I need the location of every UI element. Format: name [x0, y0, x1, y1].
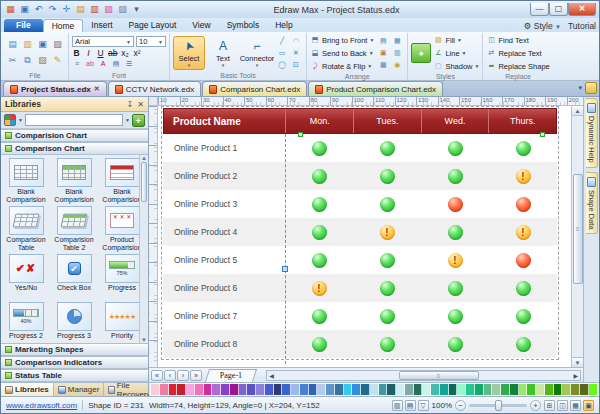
palette-color[interactable]: [204, 384, 213, 395]
pan-icon[interactable]: ✛: [60, 3, 73, 16]
palette-color[interactable]: [589, 384, 598, 395]
scroll-left-icon[interactable]: ◀: [267, 372, 276, 379]
scroll-up-icon[interactable]: ▲: [140, 155, 148, 161]
palette-color[interactable]: [335, 384, 344, 395]
align-icon[interactable]: ▤: [111, 59, 121, 69]
palette-color[interactable]: [414, 384, 423, 395]
ribbon-tab-symbols[interactable]: Symbols: [219, 19, 268, 32]
shape-item-5[interactable]: ✕ ✕ ✕Product Comparision: [99, 206, 139, 253]
paragraph-icon[interactable]: ≡: [72, 59, 82, 69]
find-text-button[interactable]: ◫Find Text: [486, 34, 549, 46]
shape-item-0[interactable]: Blank Comparision: [3, 158, 49, 205]
document-tab-cctv-network-edx[interactable]: CCTV Network.edx: [108, 81, 201, 96]
arc-tool-icon[interactable]: ◠: [291, 36, 301, 46]
vertical-scrollbar[interactable]: ▲ ≡ ▼: [571, 106, 583, 367]
palette-color[interactable]: [396, 384, 405, 395]
new-drawing-icon[interactable]: ▤: [74, 3, 87, 16]
section-comparision-chart[interactable]: Comparision Chart: [1, 129, 148, 142]
table-row[interactable]: Online Product 7: [163, 302, 557, 330]
palette-color[interactable]: [352, 384, 361, 395]
font-style-button-2[interactable]: U: [96, 48, 105, 58]
palette-color[interactable]: [545, 384, 554, 395]
palette-color[interactable]: [536, 384, 545, 395]
rotate-flip-button[interactable]: ⤸Rotate & Flip▼: [310, 60, 374, 72]
ribbon-tab-insert[interactable]: Insert: [83, 19, 120, 32]
library-search-input[interactable]: [25, 114, 123, 126]
zoom-tool-icon[interactable]: ◫: [557, 400, 568, 411]
ribbon-tab-page-layout[interactable]: Page Layout: [121, 19, 185, 32]
paste-icon[interactable]: ▧: [36, 54, 49, 67]
palette-color[interactable]: [256, 384, 265, 395]
ribbon-tab-help[interactable]: Help: [267, 19, 300, 32]
font-color-icon[interactable]: A: [98, 59, 108, 69]
shape-item-3[interactable]: Comparision Table: [3, 206, 49, 253]
palette-color[interactable]: [247, 384, 256, 395]
first-page-button[interactable]: «: [151, 370, 163, 381]
shape-item-4[interactable]: Comparision Table 2: [51, 206, 97, 253]
shadow-style-button[interactable]: ▢Shadow▼: [433, 60, 479, 72]
highlight-icon[interactable]: ab: [85, 59, 95, 69]
add-library-button[interactable]: +: [132, 114, 145, 127]
palette-color[interactable]: [457, 384, 466, 395]
ribbon-tab-view[interactable]: View: [184, 19, 218, 32]
shape-item-2[interactable]: Blank Comparision: [99, 158, 139, 205]
palette-color[interactable]: [221, 384, 230, 395]
palette-color[interactable]: [554, 384, 563, 395]
palette-color[interactable]: [475, 384, 484, 395]
palette-color[interactable]: [326, 384, 335, 395]
shape-item-11[interactable]: ★★★★★Priority: [99, 302, 139, 343]
pin-icon[interactable]: ↧: [127, 100, 134, 109]
scrollbar-thumb[interactable]: [141, 162, 147, 202]
shape-tool-icon[interactable]: ▭: [277, 48, 287, 58]
style-menu[interactable]: ⚙ Style ▼: [524, 21, 561, 31]
section-comparison-indicators[interactable]: Comparison Indicators: [1, 356, 148, 369]
palette-color[interactable]: [309, 384, 318, 395]
last-page-button[interactable]: »: [190, 370, 202, 381]
palette-color[interactable]: [466, 384, 475, 395]
close-panel-icon[interactable]: ✕: [137, 100, 144, 109]
palette-color[interactable]: [501, 384, 510, 395]
palette-color[interactable]: [274, 384, 283, 395]
palette-color[interactable]: [151, 384, 160, 395]
erase-tool-icon[interactable]: ✕: [291, 48, 301, 58]
palette-color[interactable]: [361, 384, 370, 395]
scroll-up-icon[interactable]: ▲: [572, 106, 583, 116]
palette-color[interactable]: [449, 384, 458, 395]
align-shapes-icon[interactable]: ▤: [378, 36, 388, 46]
palette-color[interactable]: [230, 384, 239, 395]
bullets-icon[interactable]: ☰: [124, 59, 134, 69]
print-icon[interactable]: ▨: [51, 38, 64, 51]
font-style-button-5[interactable]: x²: [132, 48, 141, 58]
page-tab[interactable]: Page-1: [205, 369, 257, 382]
selection-handle[interactable]: [298, 132, 303, 137]
shape-item-6[interactable]: ✔✘Yes/No: [3, 254, 49, 301]
palette-color[interactable]: [291, 384, 300, 395]
scroll-right-icon[interactable]: ▶: [571, 372, 580, 379]
ellipse-tool-icon[interactable]: ◯: [277, 60, 287, 70]
table-row[interactable]: Online Product 6: [163, 274, 557, 302]
distribute-icon[interactable]: ▦: [392, 36, 402, 46]
panel-fold-icon[interactable]: [585, 82, 597, 94]
whole-page-icon[interactable]: ▦: [570, 400, 581, 411]
clipart-icon[interactable]: ▧: [102, 3, 115, 16]
section-marketing-shapes[interactable]: Marketing Shapes: [1, 343, 148, 356]
table-row[interactable]: Online Product 3: [163, 190, 557, 218]
app-logo-icon[interactable]: ▦: [4, 3, 17, 16]
normal-view-icon[interactable]: ▥: [392, 400, 403, 411]
print-preview-icon[interactable]: ▨: [116, 3, 129, 16]
pan-zoom-icon[interactable]: ▣: [583, 400, 594, 411]
redo-icon[interactable]: ↷: [46, 3, 59, 16]
save-icon[interactable]: ▣: [18, 3, 31, 16]
side-tab-dynamic-help[interactable]: Dynamic Help: [586, 98, 598, 168]
maximize-button[interactable]: ▢: [549, 3, 568, 16]
crop-tool-icon[interactable]: ⊡: [291, 60, 301, 70]
page-view-icon[interactable]: ▤: [405, 400, 416, 411]
presentation-icon[interactable]: ▽: [418, 400, 429, 411]
zoom-in-button[interactable]: +: [530, 400, 541, 411]
minimize-button[interactable]: —: [530, 3, 549, 16]
palette-color[interactable]: [422, 384, 431, 395]
palette-color[interactable]: [440, 384, 449, 395]
document-tab-product-comparison-chart-edx[interactable]: Product Comparison Chart.edx: [308, 81, 443, 96]
close-tab-icon[interactable]: ✕: [94, 85, 100, 93]
connector-tool-button[interactable]: ⌐Connector▾: [241, 36, 273, 70]
